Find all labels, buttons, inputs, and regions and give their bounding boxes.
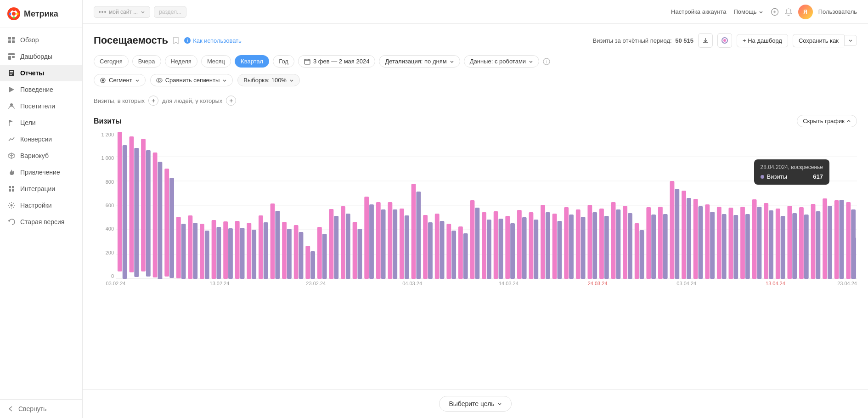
svg-rect-116: [541, 205, 545, 279]
svg-rect-53: [169, 178, 174, 278]
sidebar-item-overview[interactable]: Обзор: [0, 32, 82, 48]
tab-quarter[interactable]: Квартал: [235, 55, 269, 68]
sidebar-item-integrations-label: Интеграции: [20, 185, 55, 192]
sidebar-item-visitors-label: Посетители: [20, 102, 55, 110]
save-as-main-button[interactable]: Сохранить как: [793, 34, 844, 47]
svg-point-29: [723, 39, 726, 42]
bookmark-icon[interactable]: [173, 36, 179, 45]
detail-button[interactable]: Детализация: по дням: [379, 55, 460, 68]
svg-rect-133: [640, 230, 644, 279]
svg-rect-52: [164, 169, 169, 277]
tab-month[interactable]: Месяц: [201, 55, 231, 68]
svg-rect-145: [710, 212, 715, 279]
sidebar-item-visitors[interactable]: Посетители: [0, 98, 82, 114]
sidebar-collapse-button[interactable]: Свернуть: [0, 399, 82, 418]
add-to-dashboard-button[interactable]: + На дашборд: [737, 34, 788, 47]
sidebar-item-integrations[interactable]: Интеграции: [0, 181, 82, 197]
svg-rect-139: [675, 189, 679, 279]
y-label-400: 400: [94, 226, 114, 232]
svg-point-34: [102, 79, 104, 81]
svg-rect-141: [687, 198, 691, 279]
svg-rect-77: [310, 251, 315, 279]
svg-rect-167: [840, 200, 844, 279]
tab-yesterday[interactable]: Вчера: [132, 55, 161, 68]
svg-rect-134: [646, 207, 651, 279]
sidebar-item-conversions-label: Конверсии: [20, 136, 52, 143]
hide-chart-button[interactable]: Скрыть график: [797, 115, 857, 127]
goal-selector[interactable]: Выберите цель: [439, 396, 511, 412]
date-range-picker[interactable]: 3 фев — 2 мая 2024: [298, 55, 375, 68]
site-selector[interactable]: мой сайт ...: [94, 6, 150, 18]
sidebar-item-dashboards[interactable]: Дашборды: [0, 48, 82, 65]
user-avatar[interactable]: Я: [798, 5, 813, 19]
svg-rect-50: [153, 153, 158, 277]
data-info-icon[interactable]: i: [543, 58, 550, 65]
add-visit-filter-button[interactable]: +: [148, 96, 158, 106]
help-button[interactable]: Помощь: [733, 8, 763, 15]
svg-rect-165: [828, 206, 832, 279]
sidebar-item-oldversion-label: Старая версия: [20, 218, 64, 226]
sidebar-item-behavior-label: Поведение: [20, 86, 53, 93]
sidebar-item-variocube[interactable]: Вариокуб: [0, 147, 82, 164]
svg-rect-138: [670, 181, 675, 279]
account-settings-link[interactable]: Настройка аккаунта: [671, 8, 726, 15]
sidebar-item-behavior[interactable]: Поведение: [0, 81, 82, 98]
sidebar-item-settings[interactable]: Настройки: [0, 197, 82, 214]
sidebar-item-conversions[interactable]: Конверсии: [0, 131, 82, 147]
svg-rect-87: [369, 204, 374, 279]
grid-icon: [7, 36, 16, 44]
tab-week[interactable]: Неделя: [165, 55, 197, 68]
data-chevron-icon: [529, 59, 533, 64]
x-label-0403: 04.03.24: [402, 281, 422, 286]
svg-rect-114: [529, 212, 534, 279]
svg-rect-65: [240, 228, 245, 279]
compare-icon-button[interactable]: [717, 33, 732, 48]
x-label-2304: 23.04.24: [837, 281, 857, 286]
page-title: Посещаемость: [94, 34, 168, 46]
sample-button[interactable]: Выборка: 100%: [237, 74, 300, 86]
bell-icon[interactable]: [784, 8, 793, 16]
compare-segments-button[interactable]: Сравнить сегменты: [150, 74, 233, 86]
svg-rect-113: [522, 217, 527, 279]
sidebar-item-oldversion[interactable]: Старая версия: [0, 214, 82, 230]
section-selector[interactable]: раздел...: [154, 6, 186, 18]
svg-rect-126: [599, 209, 604, 279]
svg-rect-101: [451, 231, 456, 279]
svg-rect-148: [729, 208, 733, 279]
svg-rect-159: [792, 213, 797, 279]
segment-button[interactable]: Сегмент: [94, 74, 146, 86]
how-to-use-link[interactable]: i Как использовать: [184, 37, 242, 44]
sidebar-item-attraction[interactable]: Привлечение: [0, 164, 82, 181]
x-label-1304: 13.04.24: [766, 281, 785, 286]
svg-rect-115: [534, 220, 538, 279]
data-button[interactable]: Данные: с роботами: [464, 55, 539, 68]
tab-today[interactable]: Сегодня: [94, 55, 129, 68]
svg-rect-92: [400, 209, 404, 279]
svg-rect-104: [470, 200, 475, 279]
save-as-dropdown-button[interactable]: [844, 35, 857, 46]
export-button[interactable]: [698, 33, 713, 48]
sidebar-item-reports[interactable]: Отчеты: [0, 65, 82, 81]
tab-year[interactable]: Год: [273, 55, 294, 68]
cube-icon: [7, 152, 16, 160]
svg-rect-121: [569, 215, 574, 279]
svg-rect-71: [275, 211, 280, 279]
svg-rect-88: [376, 202, 381, 279]
svg-rect-44: [118, 132, 122, 271]
sidebar-item-goals[interactable]: Цели: [0, 114, 82, 131]
site-name: мой сайт ...: [109, 9, 138, 15]
svg-rect-158: [787, 206, 792, 279]
chart-title: Визиты: [94, 117, 122, 125]
y-label-1200: 1 200: [94, 132, 114, 137]
svg-rect-81: [334, 216, 338, 279]
username-label: Пользователь: [818, 8, 857, 15]
chat-icon[interactable]: [771, 8, 779, 16]
svg-rect-58: [200, 224, 204, 279]
svg-rect-12: [8, 56, 11, 60]
flag-icon: [7, 119, 16, 127]
svg-rect-149: [733, 215, 738, 279]
add-people-filter-button[interactable]: +: [226, 96, 236, 106]
svg-rect-130: [623, 206, 627, 279]
svg-rect-136: [658, 207, 663, 279]
svg-rect-48: [141, 139, 146, 271]
